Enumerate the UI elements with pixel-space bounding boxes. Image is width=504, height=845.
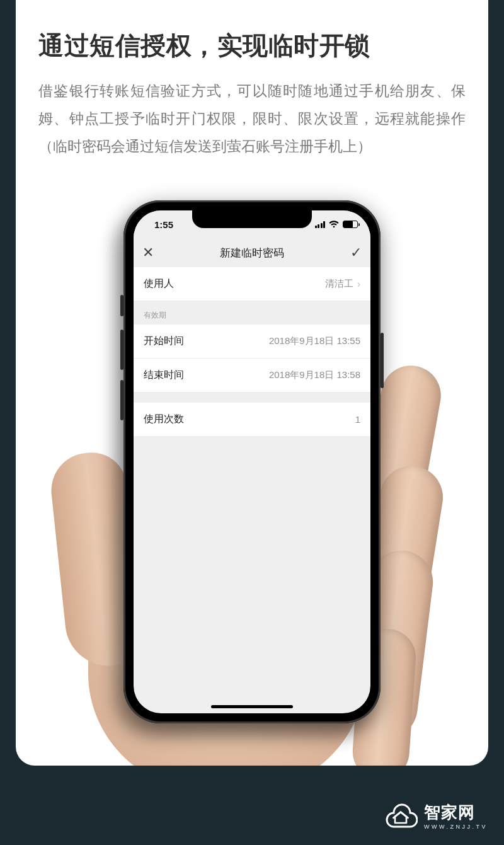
chevron-right-icon: › (357, 279, 360, 290)
phone-illustration: 1:55 ✕ 新建临时密码 ✓ 使用人 清洁工 (16, 200, 488, 766)
row-start-time[interactable]: 开始时间 2018年9月18日 13:55 (134, 325, 370, 359)
app-navbar: ✕ 新建临时密码 ✓ (134, 238, 370, 267)
signal-icon (315, 221, 326, 228)
row-user[interactable]: 使用人 清洁工 › (134, 267, 370, 301)
row-count-value: 1 (355, 414, 360, 425)
watermark-url: WWW.ZNJJ.TV (424, 824, 488, 830)
row-start-label: 开始时间 (144, 335, 184, 348)
row-user-label: 使用人 (144, 277, 174, 290)
watermark-logo: 智家网 WWW.ZNJJ.TV (384, 802, 488, 830)
row-start-value: 2018年9月18日 13:55 (269, 335, 360, 347)
row-end-label: 结束时间 (144, 369, 184, 382)
confirm-icon[interactable]: ✓ (350, 246, 362, 260)
page-description: 借鉴银行转账短信验证方式，可以随时随地通过手机给朋友、保姆、钟点工授予临时开门权… (38, 77, 466, 160)
battery-icon (343, 221, 358, 228)
section-validity-label: 有效期 (134, 301, 370, 325)
phone-screen: 1:55 ✕ 新建临时密码 ✓ 使用人 清洁工 (134, 210, 370, 713)
cloud-home-icon (384, 803, 418, 829)
hand-graphic (16, 200, 488, 766)
home-indicator (211, 705, 293, 708)
status-time: 1:55 (146, 219, 181, 230)
row-count-label: 使用次数 (144, 413, 184, 426)
wifi-icon (329, 219, 339, 230)
row-end-value: 2018年9月18日 13:58 (269, 369, 360, 381)
navbar-title: 新建临时密码 (220, 246, 284, 260)
row-end-time[interactable]: 结束时间 2018年9月18日 13:58 (134, 359, 370, 393)
close-icon[interactable]: ✕ (142, 246, 154, 260)
phone-mockup: 1:55 ✕ 新建临时密码 ✓ 使用人 清洁工 (123, 200, 381, 723)
watermark-name: 智家网 (424, 802, 488, 824)
row-use-count[interactable]: 使用次数 1 (134, 403, 370, 437)
row-user-value: 清洁工 (325, 278, 353, 290)
promo-card: 通过短信授权，实现临时开锁 借鉴银行转账短信验证方式，可以随时随地通过手机给朋友… (16, 0, 488, 766)
status-bar: 1:55 (134, 210, 370, 238)
phone-notch (192, 210, 312, 228)
page-title: 通过短信授权，实现临时开锁 (38, 28, 466, 63)
